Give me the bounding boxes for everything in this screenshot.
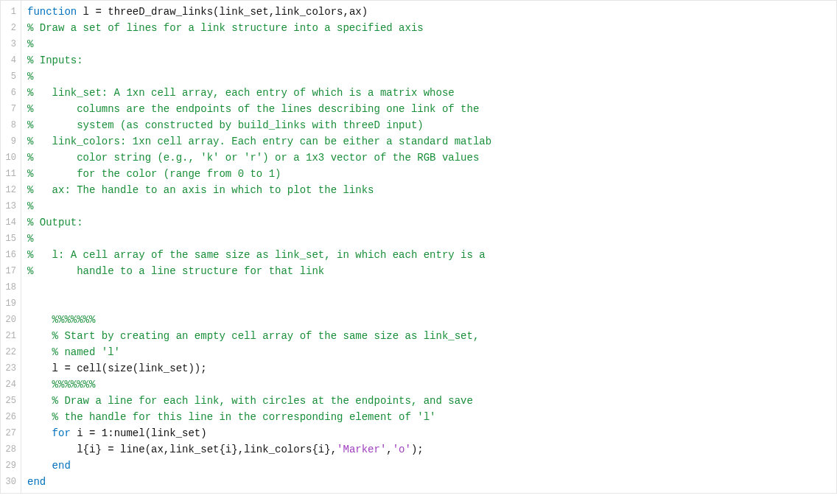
line-number: 18 — [4, 279, 16, 295]
code-line: % handle to a line structure for that li… — [27, 263, 830, 279]
line-number: 14 — [4, 214, 16, 231]
code-line: % color string (e.g., 'k' or 'r') or a 1… — [27, 150, 830, 166]
line-number: 9 — [4, 133, 16, 150]
code-line: for i = 1:numel(link_set) — [27, 425, 830, 441]
code-line: % columns are the endpoints of the lines… — [27, 101, 830, 117]
code-line: %%%%%%% — [27, 312, 830, 328]
line-number: 22 — [4, 344, 16, 360]
code-line: % Inputs: — [27, 52, 830, 69]
line-number-gutter: 1234567891011121314151617181920212223242… — [1, 1, 21, 493]
line-number: 6 — [4, 85, 16, 101]
code-line: % the handle for this line in the corres… — [27, 409, 830, 425]
line-number: 19 — [4, 295, 16, 312]
line-number: 16 — [4, 247, 16, 263]
code-line: % system (as constructed by build_links … — [27, 117, 830, 133]
code-line: % ax: The handle to an axis in which to … — [27, 182, 830, 198]
line-number: 30 — [4, 474, 16, 490]
line-number: 23 — [4, 360, 16, 377]
line-number: 1 — [4, 4, 16, 20]
line-number: 11 — [4, 166, 16, 182]
code-line: % — [27, 198, 830, 214]
code-line: % named 'l' — [27, 344, 830, 360]
code-line: % — [27, 231, 830, 247]
line-number: 20 — [4, 312, 16, 328]
line-number: 12 — [4, 182, 16, 198]
code-line: %%%%%%% — [27, 377, 830, 393]
code-area[interactable]: function l = threeD_draw_links(link_set,… — [21, 1, 836, 493]
line-number: 2 — [4, 20, 16, 36]
line-number: 26 — [4, 409, 16, 425]
code-line: end — [27, 474, 830, 490]
line-number: 21 — [4, 328, 16, 344]
line-number: 25 — [4, 393, 16, 409]
line-number: 8 — [4, 117, 16, 133]
code-line: % l: A cell array of the same size as li… — [27, 247, 830, 263]
line-number: 29 — [4, 458, 16, 474]
code-line: % Start by creating an empty cell array … — [27, 328, 830, 344]
line-number: 5 — [4, 69, 16, 85]
code-line: % — [27, 36, 830, 52]
code-editor: 1234567891011121314151617181920212223242… — [0, 0, 837, 494]
line-number: 3 — [4, 36, 16, 52]
code-line: l = cell(size(link_set)); — [27, 360, 830, 377]
line-number: 13 — [4, 198, 16, 214]
code-line: % Output: — [27, 214, 830, 231]
code-line: end — [27, 458, 830, 474]
code-line — [27, 279, 830, 295]
line-number: 27 — [4, 425, 16, 441]
code-line: l{i} = line(ax,link_set{i},link_colors{i… — [27, 441, 830, 458]
line-number: 4 — [4, 52, 16, 69]
code-line: function l = threeD_draw_links(link_set,… — [27, 4, 830, 20]
code-line: % — [27, 69, 830, 85]
code-line: % link_colors: 1xn cell array. Each entr… — [27, 133, 830, 150]
line-number: 17 — [4, 263, 16, 279]
line-number: 28 — [4, 441, 16, 458]
line-number: 7 — [4, 101, 16, 117]
code-line: % link_set: A 1xn cell array, each entry… — [27, 85, 830, 101]
line-number: 10 — [4, 150, 16, 166]
code-line — [27, 295, 830, 312]
code-line: % for the color (range from 0 to 1) — [27, 166, 830, 182]
line-number: 24 — [4, 377, 16, 393]
code-line: % Draw a line for each link, with circle… — [27, 393, 830, 409]
code-line: % Draw a set of lines for a link structu… — [27, 20, 830, 36]
line-number: 15 — [4, 231, 16, 247]
